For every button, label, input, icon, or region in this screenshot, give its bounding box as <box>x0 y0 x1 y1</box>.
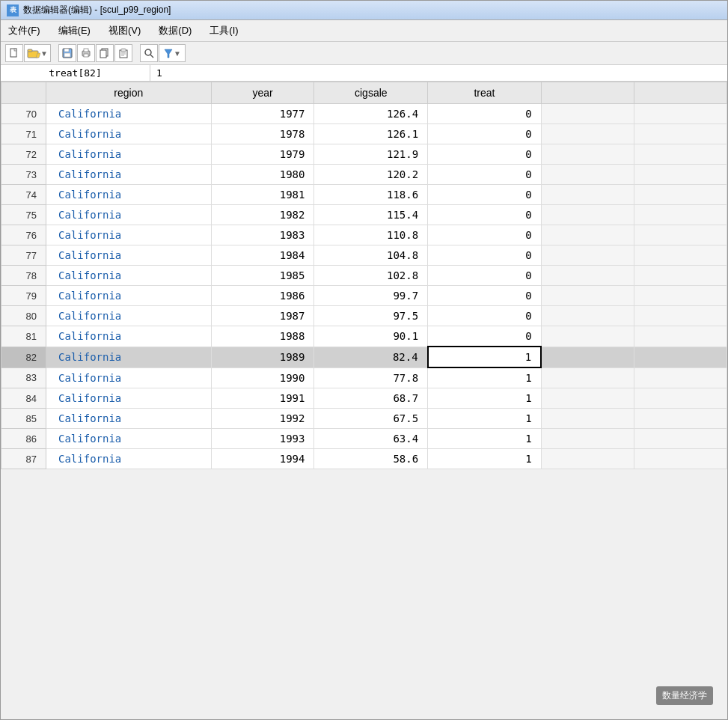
menu-edit[interactable]: 编辑(E) <box>55 22 94 39</box>
cell-cigsale[interactable]: 63.4 <box>314 429 428 449</box>
cell-treat[interactable]: 0 <box>428 326 542 347</box>
cell-treat[interactable]: 0 <box>428 245 542 266</box>
cell-region[interactable]: California <box>46 205 212 225</box>
cell-year[interactable]: 1992 <box>211 409 314 429</box>
cell-cigsale[interactable]: 118.6 <box>314 185 428 205</box>
cell-treat[interactable]: 1 <box>428 429 542 449</box>
table-row[interactable]: 87California199458.61 <box>1 449 727 469</box>
cell-value[interactable]: 1 <box>150 65 168 81</box>
table-row[interactable]: 83California199077.81 <box>1 367 727 388</box>
cell-region[interactable]: California <box>46 185 212 205</box>
cell-cigsale[interactable]: 115.4 <box>314 205 428 225</box>
cell-year[interactable]: 1978 <box>211 124 314 144</box>
cell-region[interactable]: California <box>46 449 212 469</box>
menu-data[interactable]: 数据(D) <box>156 22 195 39</box>
cell-treat[interactable]: 1 <box>428 449 542 469</box>
cell-region[interactable]: California <box>46 367 212 388</box>
search-button[interactable] <box>140 44 158 62</box>
cell-cigsale[interactable]: 77.8 <box>314 367 428 388</box>
cell-treat[interactable]: 1 <box>428 409 542 429</box>
print-button[interactable] <box>77 44 95 62</box>
cell-year[interactable]: 1994 <box>211 449 314 469</box>
table-row[interactable]: 79California198699.70 <box>1 286 727 306</box>
cell-cigsale[interactable]: 82.4 <box>314 347 428 367</box>
cell-treat[interactable]: 1 <box>428 388 542 409</box>
cell-region[interactable]: California <box>46 165 212 185</box>
save-button[interactable] <box>58 44 76 62</box>
cell-treat[interactable]: 0 <box>428 266 542 286</box>
cell-treat[interactable]: 0 <box>428 306 542 326</box>
cell-cigsale[interactable]: 121.9 <box>314 144 428 165</box>
cell-region[interactable]: California <box>46 409 212 429</box>
table-row[interactable]: 78California1985102.80 <box>1 266 727 286</box>
cell-treat[interactable]: 0 <box>428 144 542 165</box>
cell-region[interactable]: California <box>46 144 212 165</box>
cell-year[interactable]: 1981 <box>211 185 314 205</box>
table-row[interactable]: 73California1980120.20 <box>1 165 727 185</box>
cell-year[interactable]: 1984 <box>211 245 314 266</box>
table-row[interactable]: 74California1981118.60 <box>1 185 727 205</box>
cell-year[interactable]: 1993 <box>211 429 314 449</box>
cell-cigsale[interactable]: 97.5 <box>314 306 428 326</box>
new-button[interactable] <box>5 44 23 62</box>
cell-treat[interactable]: 0 <box>428 286 542 306</box>
cell-region[interactable]: California <box>46 306 212 326</box>
cell-year[interactable]: 1982 <box>211 205 314 225</box>
menu-file[interactable]: 文件(F) <box>5 22 43 39</box>
table-row[interactable]: 71California1978126.10 <box>1 124 727 144</box>
cell-region[interactable]: California <box>46 124 212 144</box>
cell-cigsale[interactable]: 110.8 <box>314 225 428 245</box>
cell-region[interactable]: California <box>46 429 212 449</box>
cell-year[interactable]: 1985 <box>211 266 314 286</box>
cell-region[interactable]: California <box>46 245 212 266</box>
cell-region[interactable]: California <box>46 286 212 306</box>
table-row[interactable]: 72California1979121.90 <box>1 144 727 165</box>
cell-treat[interactable]: 0 <box>428 205 542 225</box>
cell-treat[interactable]: 0 <box>428 104 542 124</box>
table-row[interactable]: 86California199363.41 <box>1 429 727 449</box>
table-row[interactable]: 70California1977126.40 <box>1 104 727 124</box>
cell-year[interactable]: 1988 <box>211 326 314 347</box>
cell-treat[interactable]: 0 <box>428 165 542 185</box>
paste-button[interactable] <box>114 44 132 62</box>
cell-year[interactable]: 1987 <box>211 306 314 326</box>
open-button[interactable]: ▼ <box>24 44 51 62</box>
copy-button[interactable] <box>96 44 114 62</box>
cell-year[interactable]: 1980 <box>211 165 314 185</box>
cell-treat[interactable]: 0 <box>428 185 542 205</box>
table-row[interactable]: 82California198982.41 <box>1 347 727 367</box>
table-row[interactable]: 75California1982115.40 <box>1 205 727 225</box>
cell-year[interactable]: 1983 <box>211 225 314 245</box>
menu-tools[interactable]: 工具(I) <box>207 22 241 39</box>
filter-button[interactable]: ▼ <box>159 44 186 62</box>
cell-cigsale[interactable]: 58.6 <box>314 449 428 469</box>
cell-reference[interactable]: treat[82] <box>1 65 150 81</box>
cell-year[interactable]: 1991 <box>211 388 314 409</box>
cell-year[interactable]: 1977 <box>211 104 314 124</box>
table-row[interactable]: 80California198797.50 <box>1 306 727 326</box>
cell-region[interactable]: California <box>46 266 212 286</box>
cell-treat[interactable]: 0 <box>428 124 542 144</box>
cell-cigsale[interactable]: 104.8 <box>314 245 428 266</box>
cell-cigsale[interactable]: 120.2 <box>314 165 428 185</box>
cell-treat[interactable]: 1 <box>428 367 542 388</box>
cell-cigsale[interactable]: 102.8 <box>314 266 428 286</box>
cell-region[interactable]: California <box>46 347 212 367</box>
cell-region[interactable]: California <box>46 326 212 347</box>
cell-cigsale[interactable]: 68.7 <box>314 388 428 409</box>
cell-year[interactable]: 1986 <box>211 286 314 306</box>
cell-cigsale[interactable]: 99.7 <box>314 286 428 306</box>
cell-cigsale[interactable]: 90.1 <box>314 326 428 347</box>
cell-cigsale[interactable]: 67.5 <box>314 409 428 429</box>
table-row[interactable]: 81California198890.10 <box>1 326 727 347</box>
cell-region[interactable]: California <box>46 225 212 245</box>
cell-region[interactable]: California <box>46 104 212 124</box>
table-row[interactable]: 85California199267.51 <box>1 409 727 429</box>
cell-cigsale[interactable]: 126.1 <box>314 124 428 144</box>
cell-year[interactable]: 1990 <box>211 367 314 388</box>
table-row[interactable]: 77California1984104.80 <box>1 245 727 266</box>
cell-cigsale[interactable]: 126.4 <box>314 104 428 124</box>
cell-year[interactable]: 1989 <box>211 347 314 367</box>
cell-treat[interactable]: 1 <box>428 347 542 367</box>
table-row[interactable]: 84California199168.71 <box>1 388 727 409</box>
